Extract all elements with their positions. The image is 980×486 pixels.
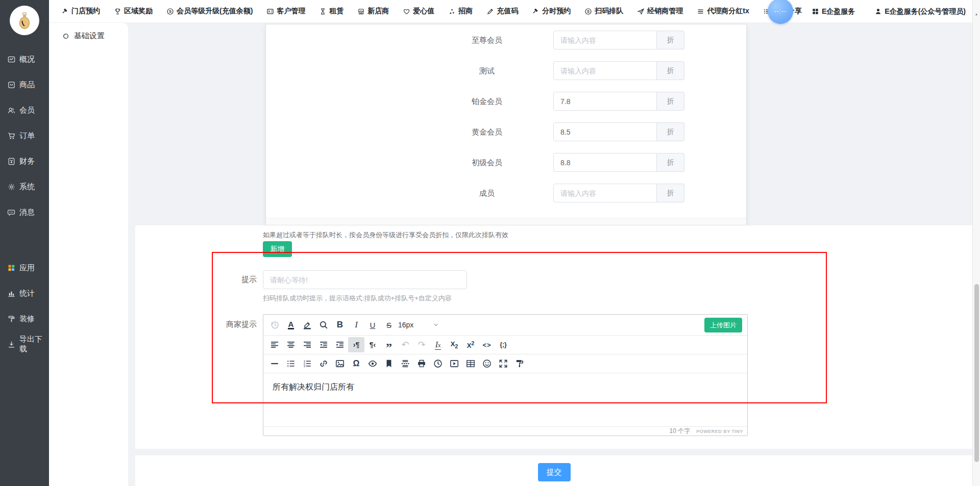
subscript-button[interactable]: X2: [446, 337, 462, 352]
topnav-account-item[interactable]: E企盈服务(公众号管理员): [874, 7, 966, 16]
format-paint-button[interactable]: [511, 356, 528, 371]
horizontal-rule-button[interactable]: [266, 356, 283, 371]
bullet-list-button[interactable]: [283, 356, 299, 371]
scroll-up-arrow[interactable]: ▲: [973, 12, 980, 16]
superscript-button[interactable]: X2: [462, 337, 479, 352]
discount-input[interactable]: [553, 61, 657, 80]
sidebar-item[interactable]: 消息: [0, 199, 49, 225]
page-break-button[interactable]: [397, 356, 413, 371]
preview-button[interactable]: [364, 356, 381, 371]
paper-plane-icon: [637, 8, 645, 15]
sidebar-item[interactable]: 应用: [0, 255, 49, 280]
recycle-icon: [448, 8, 456, 15]
topnav-item[interactable]: 区域奖励: [114, 7, 153, 16]
sidebar-item[interactable]: 会员: [0, 97, 49, 123]
search-button[interactable]: [315, 317, 332, 332]
topnav-item[interactable]: 充值码: [486, 7, 518, 16]
align-right-button[interactable]: [299, 337, 315, 352]
member-level-label: 铂金会员: [436, 92, 538, 111]
topnav-item[interactable]: 分时预约: [532, 7, 571, 16]
page-scrollbar[interactable]: ▲: [972, 0, 980, 486]
ltr-button[interactable]: ›¶: [348, 337, 364, 352]
underline-button[interactable]: U: [364, 317, 381, 332]
numbered-list-button[interactable]: 123: [299, 356, 315, 371]
print-button[interactable]: [413, 356, 430, 371]
font-size-select[interactable]: 16px: [395, 317, 442, 332]
topnav-account-item[interactable]: E企盈服务: [812, 7, 855, 16]
insert-time-button[interactable]: [430, 356, 446, 371]
subnav-item-basic-settings[interactable]: 基础设置: [49, 23, 128, 41]
topnav-item[interactable]: 爱心值: [403, 7, 434, 16]
scrollbar-thumb[interactable]: [974, 284, 979, 462]
discount-input[interactable]: [553, 92, 657, 111]
sidebar-item[interactable]: 概况: [0, 46, 49, 72]
sidebar-item[interactable]: 商品: [0, 72, 49, 97]
editor-content[interactable]: 所有解决权归门店所有: [263, 373, 747, 429]
bookmark-button[interactable]: [381, 356, 397, 371]
blockquote-button[interactable]: ”: [381, 337, 397, 352]
redo-button[interactable]: ↷: [413, 337, 430, 352]
topnav-item[interactable]: 客户管理: [266, 7, 305, 16]
heart-icon: [403, 8, 410, 15]
member-discount-row: 成员 折: [266, 184, 746, 202]
overview-icon: [7, 55, 16, 64]
discount-input[interactable]: [553, 184, 657, 202]
outdent-button[interactable]: [315, 337, 332, 352]
topnav-item[interactable]: 经销商管理: [637, 7, 683, 16]
topnav-item[interactable]: 代理商分红tx: [697, 7, 749, 16]
store-logo[interactable]: [10, 6, 39, 35]
table-button[interactable]: [462, 356, 479, 371]
align-left-button[interactable]: [266, 337, 283, 352]
rtl-button[interactable]: ¶‹: [364, 337, 381, 352]
forecolor-button[interactable]: A: [283, 317, 299, 332]
italic-button[interactable]: I: [348, 317, 364, 332]
sidebar-item[interactable]: 系统: [0, 174, 49, 199]
topnav-item[interactable]: 招商: [448, 7, 473, 16]
special-char-button[interactable]: Ω: [348, 356, 364, 371]
indent-button[interactable]: [332, 337, 348, 352]
bold-button[interactable]: B: [332, 317, 348, 332]
system-icon: [7, 183, 16, 191]
floating-timer-widget[interactable]: --:--: [768, 0, 793, 24]
member-discount-row: 测试 折: [266, 61, 746, 80]
subnav-item-label: 基础设置: [74, 31, 105, 41]
image-button[interactable]: [332, 356, 348, 371]
topnav-item[interactable]: S 会员等级升级(充值余额): [166, 7, 253, 16]
align-center-button[interactable]: [283, 337, 299, 352]
horizontal-scrollbar[interactable]: [266, 218, 746, 225]
code-sample-button[interactable]: {;}: [495, 337, 511, 352]
add-button[interactable]: 新增: [263, 241, 292, 257]
fullscreen-button[interactable]: [495, 356, 511, 371]
topnav-item[interactable]: 新店商: [357, 7, 389, 16]
history-button[interactable]: [266, 317, 283, 332]
video-button[interactable]: [446, 356, 462, 371]
emoji-button[interactable]: [479, 356, 495, 371]
tip-label: 提示: [207, 275, 257, 284]
discount-input[interactable]: [553, 31, 657, 49]
sidebar-item[interactable]: 订单: [0, 123, 49, 148]
upload-image-button[interactable]: 上传图片: [704, 318, 742, 332]
goods-icon: [7, 81, 16, 89]
discount-input[interactable]: [553, 153, 657, 172]
tip-input[interactable]: [263, 270, 467, 289]
undo-button[interactable]: ↶: [397, 337, 413, 352]
link-button[interactable]: [315, 356, 332, 371]
member-discount-row: 黄金会员 折: [266, 122, 746, 141]
editor-toolbar-row1: A B: [263, 315, 747, 336]
topnav-item[interactable]: 门店预约: [61, 7, 100, 16]
submit-button[interactable]: 提交: [538, 463, 571, 481]
code-button[interactable]: <>: [479, 337, 495, 352]
merchant-tip-label: 商家提示: [207, 320, 257, 329]
settings-subpanel: 基础设置: [49, 23, 128, 486]
sidebar-item[interactable]: 统计: [0, 280, 49, 306]
topnav-item-label: 租赁: [329, 7, 344, 16]
clear-format-button[interactable]: Ix: [430, 337, 446, 352]
sidebar-item[interactable]: 财务: [0, 148, 49, 174]
sidebar-item[interactable]: 装修: [0, 306, 49, 331]
topnav-item[interactable]: 租赁: [319, 7, 344, 16]
sidebar-item[interactable]: 导出下载: [0, 331, 49, 357]
editor-toolbar-row2: ›¶ ¶‹ ” ↶: [263, 336, 747, 354]
topnav-item[interactable]: S 扫码排队: [584, 7, 623, 16]
discount-input[interactable]: [553, 122, 657, 141]
highlight-button[interactable]: [299, 317, 315, 332]
